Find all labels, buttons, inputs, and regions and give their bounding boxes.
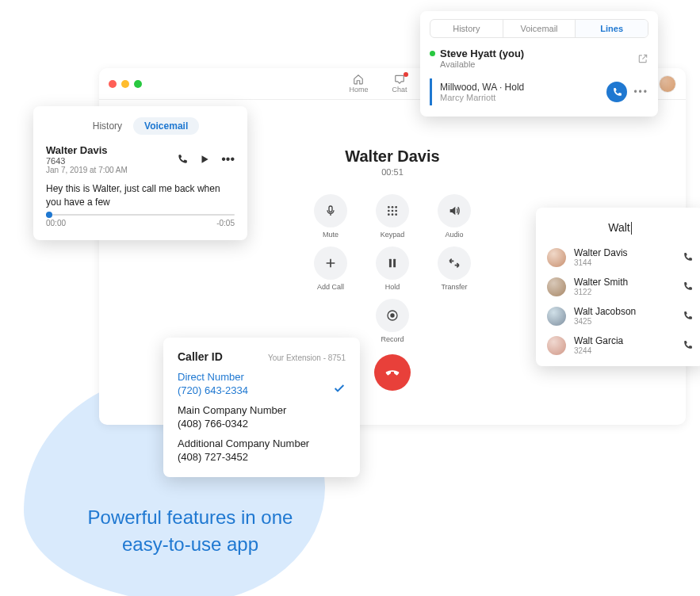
cid-number: (408) 766-0342: [178, 418, 346, 430]
record-icon: [386, 309, 399, 322]
mute-button[interactable]: [314, 194, 347, 227]
popout-icon[interactable]: [637, 53, 648, 64]
keypad-button[interactable]: [376, 194, 409, 227]
vm-caller-name: Walter Davis: [46, 144, 177, 156]
avatar: [547, 277, 566, 296]
lines-tab-history[interactable]: History: [430, 20, 503, 37]
contact-search-panel: Walt Walter Davis 3144 Walter Smith 3122…: [536, 208, 700, 366]
cid-label: Main Company Number: [178, 404, 346, 416]
result-ext: 3244: [574, 346, 675, 355]
caller-id-extension: Your Extension - 8751: [268, 353, 346, 362]
hold-label: Hold: [385, 283, 400, 291]
lines-panel: History Voicemail Lines Steve Hyatt (you…: [420, 11, 658, 117]
lines-tab-lines[interactable]: Lines: [576, 20, 648, 37]
avatar: [547, 336, 566, 355]
self-name: Steve Hyatt (you): [440, 48, 524, 59]
mute-label: Mute: [323, 231, 339, 239]
play-icon[interactable]: [199, 154, 210, 165]
line-more-icon[interactable]: •••: [633, 86, 648, 97]
keypad-icon: [386, 204, 399, 217]
record-button[interactable]: [376, 299, 409, 332]
chat-badge-icon: [404, 72, 408, 77]
svg-rect-10: [389, 259, 392, 268]
tab-history[interactable]: History: [82, 117, 133, 135]
caller-id-option-direct[interactable]: Direct Number (720) 643-2334: [178, 371, 346, 396]
cid-label: Additional Company Number: [178, 437, 346, 449]
search-result[interactable]: Walt Jacobson 3425: [536, 301, 700, 330]
svg-point-1: [388, 206, 390, 208]
vm-caller-ext: 7643: [46, 156, 177, 166]
svg-point-2: [392, 206, 394, 208]
svg-point-3: [395, 206, 397, 208]
line-caller: Marcy Marriott: [440, 93, 606, 102]
search-result[interactable]: Walter Davis 3144: [536, 243, 700, 272]
voicemail-panel: History Voicemail Walter Davis 7643 Jan …: [33, 106, 247, 240]
search-result[interactable]: Walt Garcia 3244: [536, 330, 700, 360]
caller-id-option-main[interactable]: Main Company Number (408) 766-0342: [178, 404, 346, 430]
vm-time-remaining: -0:05: [216, 219, 235, 227]
pause-icon: [387, 258, 398, 269]
result-ext: 3122: [574, 288, 675, 296]
hold-button[interactable]: [376, 246, 409, 280]
hangup-button[interactable]: [374, 354, 411, 391]
nav-chat-label: Chat: [392, 86, 407, 94]
window-minimize-icon[interactable]: [121, 80, 129, 88]
add-call-label: Add Call: [317, 283, 344, 291]
speaker-icon: [448, 204, 461, 217]
vm-scrubber[interactable]: [46, 214, 235, 216]
check-icon: [333, 382, 346, 395]
active-call-duration: 00:51: [307, 167, 478, 177]
search-input[interactable]: Walt: [608, 221, 631, 235]
result-name: Walt Jacobson: [574, 306, 675, 317]
lines-tab-voicemail[interactable]: Voicemail: [503, 20, 576, 37]
cid-number: (408) 727-3452: [178, 451, 346, 463]
record-label: Record: [381, 335, 404, 343]
cid-label: Direct Number: [178, 371, 346, 383]
vm-time-elapsed: 00:00: [46, 219, 66, 227]
presence-dot-icon: [430, 51, 435, 56]
tab-voicemail[interactable]: Voicemail: [133, 117, 199, 135]
home-icon: [352, 74, 365, 85]
vm-transcript: Hey this is Walter, just call me back wh…: [46, 182, 235, 209]
result-name: Walter Smith: [574, 277, 675, 288]
line-location: Millwood, WA · Hold: [440, 82, 606, 93]
audio-button[interactable]: [438, 194, 471, 227]
window-close-icon[interactable]: [109, 80, 117, 88]
svg-point-4: [388, 210, 390, 212]
svg-point-7: [388, 213, 390, 216]
svg-rect-11: [393, 259, 396, 268]
line-answer-button[interactable]: [606, 82, 627, 102]
svg-rect-0: [329, 206, 332, 212]
caller-id-panel: Caller ID Your Extension - 8751 Direct N…: [163, 338, 360, 477]
transfer-button[interactable]: [438, 246, 471, 280]
vm-call-icon[interactable]: [177, 154, 188, 165]
user-avatar[interactable]: [659, 75, 676, 93]
result-ext: 3425: [574, 317, 675, 326]
caller-id-option-additional[interactable]: Additional Company Number (408) 727-3452: [178, 437, 346, 463]
call-icon[interactable]: [683, 340, 693, 350]
svg-point-5: [392, 210, 394, 212]
add-call-button[interactable]: [314, 246, 347, 280]
call-icon[interactable]: [683, 252, 693, 262]
svg-point-9: [395, 213, 397, 216]
nav-home-label: Home: [349, 86, 368, 94]
active-line-row[interactable]: Millwood, WA · Hold Marcy Marriott •••: [430, 78, 648, 105]
avatar: [547, 307, 566, 326]
window-zoom-icon[interactable]: [134, 80, 142, 88]
nav-home[interactable]: Home: [349, 74, 368, 94]
vm-date: Jan 7, 2019 at 7:00 AM: [46, 166, 177, 174]
self-status: Available: [440, 59, 524, 69]
plus-icon: [324, 257, 337, 269]
nav-chat[interactable]: Chat: [392, 74, 407, 94]
svg-point-6: [395, 210, 397, 212]
search-result[interactable]: Walter Smith 3122: [536, 272, 700, 301]
mute-icon: [324, 204, 337, 217]
vm-more-icon[interactable]: •••: [221, 153, 235, 166]
active-call-name: Walter Davis: [307, 147, 478, 166]
hangup-icon: [384, 364, 401, 381]
call-icon[interactable]: [683, 311, 693, 321]
svg-point-13: [390, 313, 394, 317]
keypad-label: Keypad: [381, 231, 405, 239]
audio-label: Audio: [445, 231, 463, 239]
call-icon[interactable]: [683, 281, 693, 292]
